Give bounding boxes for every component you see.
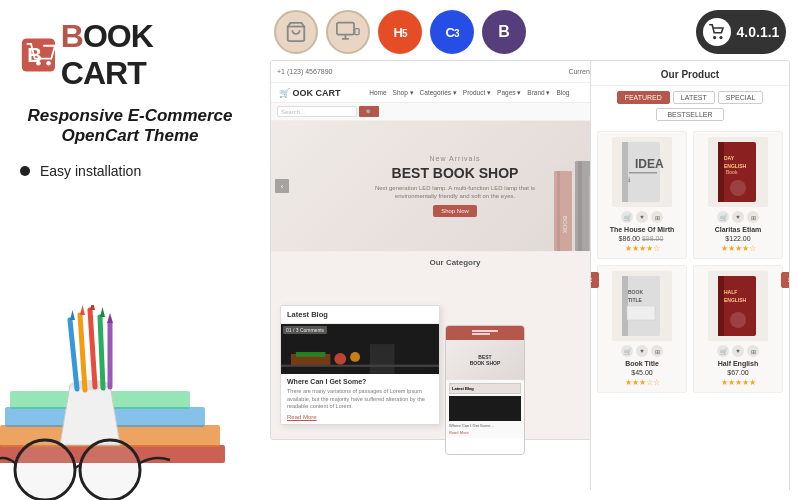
product-title-4: Half English [718, 360, 758, 367]
nav-links: Home Shop ▾ Categories ▾ Product ▾ Pages… [369, 89, 569, 97]
compare-action-2[interactable]: ⊞ [747, 211, 759, 223]
version-cart-icon [703, 18, 731, 46]
tab-featured[interactable]: FEATURED [617, 91, 670, 104]
feature-list: Easy installation [20, 163, 240, 185]
product-img-1: IDEA ℹ [612, 137, 672, 207]
cart-action-4[interactable]: 🛒 [717, 345, 729, 357]
blog-overlay: Latest Blog 01 [280, 305, 440, 425]
products-next-arrow[interactable]: › [781, 272, 790, 288]
svg-marker-10 [80, 305, 85, 315]
svg-text:ENGLISH: ENGLISH [724, 297, 747, 303]
products-grid: IDEA ℹ 🛒 ♥ ⊞ The House Of Mirth [591, 125, 789, 399]
product-stars-4: ★★★★★ [721, 378, 756, 387]
read-more-link[interactable]: Read More [287, 414, 433, 420]
svg-point-21 [17, 442, 73, 498]
mockup-search-bar: Search... 🔍 [271, 103, 639, 121]
hero-shop-button[interactable]: Shop Now [433, 205, 477, 217]
svg-point-3 [46, 61, 51, 66]
svg-rect-41 [370, 344, 395, 374]
logo-text: BOOK CART [61, 18, 240, 92]
mobile-blog-title: Latest Blog [449, 383, 521, 394]
cart-action[interactable]: 🛒 [621, 211, 633, 223]
blog-excerpt: There are many variations of passages of… [287, 388, 433, 411]
svg-rect-34 [578, 161, 582, 251]
svg-marker-12 [90, 305, 95, 310]
bullet-icon [20, 166, 30, 176]
wishlist-action[interactable]: ♥ [636, 211, 648, 223]
svg-rect-38 [296, 352, 326, 357]
book-svg-2: DAY ENGLISH Book [713, 140, 763, 205]
compare-action-4[interactable]: ⊞ [747, 345, 759, 357]
mobile-content: Latest Blog Where Can I Get Some... Read… [446, 380, 524, 438]
svg-marker-16 [70, 310, 75, 320]
svg-rect-48 [629, 172, 657, 174]
responsive-tech-icon [326, 10, 370, 54]
search-box: Search... [277, 106, 357, 117]
product-title-1: The House Of Mirth [610, 226, 675, 233]
wishlist-action-2[interactable]: ♥ [732, 211, 744, 223]
tab-special[interactable]: SPECIAL [718, 91, 764, 104]
svg-text:HALF: HALF [724, 289, 737, 295]
svg-line-13 [100, 317, 103, 388]
mobile-topbar [446, 326, 524, 340]
svg-point-2 [36, 61, 41, 66]
tagline: Responsive E-Commerce OpenCart Theme [20, 106, 240, 147]
search-button[interactable]: 🔍 [359, 106, 379, 117]
product-price-3: $45.00 [631, 369, 652, 376]
wishlist-action-3[interactable]: ♥ [636, 345, 648, 357]
book-svg-4: HALF ENGLISH [713, 274, 763, 339]
svg-rect-24 [337, 23, 354, 35]
wishlist-action-4[interactable]: ♥ [732, 345, 744, 357]
product-price-2: $122.00 [725, 235, 750, 242]
svg-rect-51 [718, 142, 724, 202]
blog-image: 01 / 3 Comments [281, 324, 439, 374]
hero-prev-arrow[interactable]: ‹ [275, 179, 289, 193]
svg-point-65 [730, 312, 746, 328]
svg-rect-30 [554, 171, 572, 251]
mobile-blog-excerpt: Where Can I Get Some... [449, 423, 521, 428]
mobile-nav-icon [470, 329, 500, 337]
blog-counter: 01 / 3 Comments [283, 326, 327, 334]
svg-rect-60 [627, 306, 655, 320]
book-svg-3: BOOK TITLE [617, 274, 667, 339]
product-action-icons-2: 🛒 ♥ ⊞ [717, 211, 759, 223]
bootstrap-tech-icon: B [482, 10, 526, 54]
blog-header: Latest Blog [281, 306, 439, 324]
svg-point-22 [82, 442, 138, 498]
product-price-1: $86.00 $98.00 [619, 235, 666, 242]
product-img-4: HALF ENGLISH [708, 271, 768, 341]
hero-new-arrivals: New Arrivals [430, 155, 481, 162]
svg-marker-14 [100, 307, 105, 317]
tech-icons-row: H5 C3 B [274, 10, 526, 54]
svg-point-39 [334, 353, 346, 365]
logo-area: B BOOK CART [20, 18, 240, 92]
svg-rect-62 [718, 276, 724, 336]
product-action-icons-3: 🛒 ♥ ⊞ [621, 345, 663, 357]
product-action-icons-4: 🛒 ♥ ⊞ [717, 345, 759, 357]
hero-section: ‹ New Arrivals BEST BOOK SHOP Next gener… [271, 121, 639, 251]
cart-action-3[interactable]: 🛒 [621, 345, 633, 357]
tab-latest[interactable]: LATEST [673, 91, 715, 104]
left-panel: B BOOK CART Responsive E-Commerce OpenCa… [0, 0, 260, 500]
svg-marker-18 [107, 313, 113, 323]
phone-number: +1 (123) 4567890 [277, 68, 332, 75]
compare-action[interactable]: ⊞ [651, 211, 663, 223]
svg-text:Book: Book [726, 169, 738, 175]
tab-bestseller[interactable]: BESTSELLER [656, 108, 723, 121]
products-prev-arrow[interactable]: ‹ [590, 272, 599, 288]
demo-area: +1 (123) 4567890 Currency - US Dollar 🛒 … [270, 60, 790, 490]
cart-tech-icon [274, 10, 318, 54]
product-stars-2: ★★★★☆ [721, 244, 756, 253]
cart-action-2[interactable]: 🛒 [717, 211, 729, 223]
compare-action-3[interactable]: ⊞ [651, 345, 663, 357]
product-panel-header: Our Product [591, 61, 789, 86]
product-card-4: HALF ENGLISH 🛒 ♥ ⊞ Half English [693, 265, 783, 393]
decorative-image [0, 305, 245, 500]
product-panel: Our Product FEATURED LATEST SPECIAL BEST… [590, 60, 790, 490]
hero-title: BEST BOOK SHOP [392, 165, 519, 181]
product-price-4: $67.00 [727, 369, 748, 376]
product-action-icons-1: 🛒 ♥ ⊞ [621, 211, 663, 223]
css3-tech-icon: C3 [430, 10, 474, 54]
mobile-mockup: BESTBOOK SHOP Latest Blog Where Can I Ge… [445, 325, 525, 455]
mobile-read-more: Read More [449, 430, 521, 435]
